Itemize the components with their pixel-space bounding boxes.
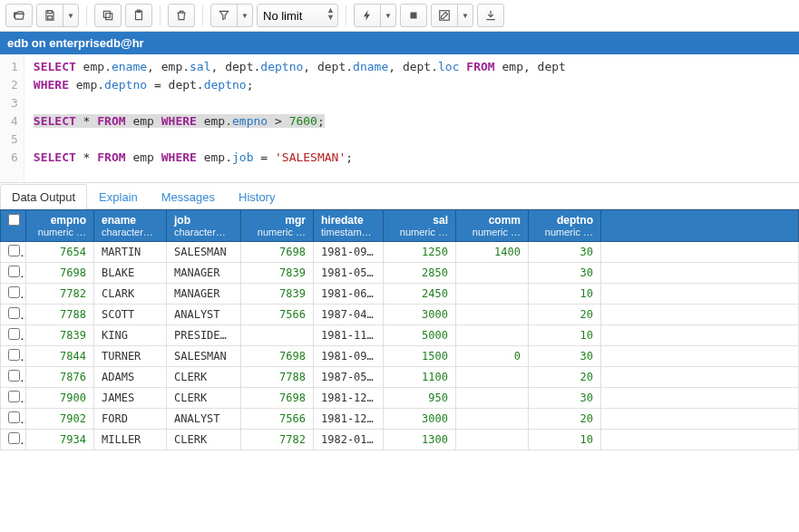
row-checkbox[interactable] <box>8 286 20 298</box>
table-row[interactable]: 7654MARTINSALESMAN76981981-09-…125014003… <box>1 242 799 263</box>
select-all-checkbox[interactable] <box>8 214 20 226</box>
cell-job[interactable]: MANAGER <box>167 284 241 305</box>
cell-empno[interactable]: 7782 <box>26 284 94 305</box>
tab-data-output[interactable]: Data Output <box>0 184 87 209</box>
row-checkbox[interactable] <box>8 432 20 444</box>
cell-comm[interactable] <box>456 388 529 409</box>
cell-mgr[interactable]: 7839 <box>241 263 314 284</box>
cell-ename[interactable]: KING <box>94 325 167 346</box>
column-header-hiredate[interactable]: hiredatetimestam… <box>314 210 384 242</box>
cell-hiredate[interactable]: 1982-01-… <box>314 430 384 450</box>
cell-sal[interactable]: 2850 <box>384 263 456 284</box>
cell-mgr[interactable]: 7698 <box>241 242 314 263</box>
cell-comm[interactable] <box>456 263 529 284</box>
cell-ename[interactable]: FORD <box>94 409 167 430</box>
cell-mgr[interactable]: 7698 <box>241 388 314 409</box>
cell-sal[interactable]: 3000 <box>384 305 456 325</box>
cell-hiredate[interactable]: 1981-11-… <box>314 325 384 346</box>
cell-deptno[interactable]: 30 <box>529 346 601 367</box>
cell-ename[interactable]: JAMES <box>94 388 167 409</box>
cell-deptno[interactable]: 20 <box>529 305 601 325</box>
cell-empno[interactable]: 7900 <box>26 388 94 409</box>
cell-sal[interactable]: 1500 <box>384 346 456 367</box>
cell-empno[interactable]: 7902 <box>26 409 94 430</box>
row-checkbox[interactable] <box>8 266 20 277</box>
cell-comm[interactable]: 1400 <box>456 242 529 263</box>
cell-comm[interactable] <box>456 430 529 450</box>
column-header-empno[interactable]: empnonumeric … <box>26 210 94 242</box>
cell-job[interactable]: PRESIDENT <box>167 325 241 346</box>
cell-empno[interactable]: 7788 <box>26 305 94 325</box>
cell-empno[interactable]: 7876 <box>26 367 94 388</box>
cell-comm[interactable] <box>456 284 529 305</box>
cell-hiredate[interactable]: 1987-04-… <box>314 305 384 325</box>
cell-job[interactable]: CLERK <box>167 367 241 388</box>
cell-mgr[interactable]: 7839 <box>241 284 314 305</box>
cell-mgr[interactable]: 7788 <box>241 367 314 388</box>
cell-comm[interactable] <box>456 305 529 325</box>
cell-ename[interactable]: TURNER <box>94 346 167 367</box>
results-grid[interactable]: empnonumeric …enamecharacter…jobcharacte… <box>0 209 799 532</box>
cell-sal[interactable]: 1300 <box>384 430 456 450</box>
cell-job[interactable]: SALESMAN <box>167 346 241 367</box>
cell-deptno[interactable]: 30 <box>529 242 601 263</box>
cell-empno[interactable]: 7839 <box>26 325 94 346</box>
cell-ename[interactable]: SCOTT <box>94 305 167 325</box>
table-row[interactable]: 7782CLARKMANAGER78391981-06-…245010 <box>1 284 799 305</box>
cell-sal[interactable]: 1250 <box>384 242 456 263</box>
cell-mgr[interactable]: 7698 <box>241 346 314 367</box>
cell-job[interactable]: SALESMAN <box>167 242 241 263</box>
row-checkbox[interactable] <box>8 370 20 382</box>
tab-history[interactable]: History <box>227 184 287 209</box>
cell-ename[interactable]: MARTIN <box>94 242 167 263</box>
cell-deptno[interactable]: 10 <box>529 284 601 305</box>
cell-deptno[interactable]: 30 <box>529 263 601 284</box>
cell-hiredate[interactable]: 1987-05-… <box>314 367 384 388</box>
row-checkbox[interactable] <box>8 349 20 361</box>
row-checkbox[interactable] <box>8 411 20 423</box>
cell-deptno[interactable]: 30 <box>529 388 601 409</box>
open-button[interactable] <box>5 4 33 27</box>
cell-mgr[interactable]: 7566 <box>241 305 314 325</box>
cell-mgr[interactable]: 7782 <box>241 430 314 450</box>
download-button[interactable] <box>477 4 504 27</box>
column-header-comm[interactable]: commnumeric … <box>456 210 529 242</box>
row-checkbox[interactable] <box>8 328 20 340</box>
save-button[interactable] <box>36 4 63 27</box>
sql-editor[interactable]: 123456 SELECT emp.ename, emp.sal, dept.d… <box>0 54 799 183</box>
cell-job[interactable]: CLERK <box>167 430 241 450</box>
table-row[interactable]: 7698BLAKEMANAGER78391981-05-…285030 <box>1 263 799 284</box>
cell-empno[interactable]: 7698 <box>26 263 94 284</box>
cell-comm[interactable]: 0 <box>456 346 529 367</box>
execute-dropdown[interactable]: ▼ <box>380 4 396 27</box>
editor-code[interactable]: SELECT emp.ename, emp.sal, dept.deptno, … <box>24 54 799 182</box>
edit-button[interactable] <box>431 4 458 27</box>
table-row[interactable]: 7902FORDANALYST75661981-12-…300020 <box>1 409 799 430</box>
paste-button[interactable] <box>125 4 152 27</box>
filter-dropdown[interactable]: ▼ <box>237 4 253 27</box>
cell-deptno[interactable]: 10 <box>529 430 601 450</box>
column-header-sal[interactable]: salnumeric … <box>384 210 456 242</box>
cell-hiredate[interactable]: 1981-12-… <box>314 388 384 409</box>
cell-ename[interactable]: ADAMS <box>94 367 167 388</box>
table-row[interactable]: 7934MILLERCLERK77821982-01-…130010 <box>1 430 799 450</box>
column-header-ename[interactable]: enamecharacter… <box>94 210 167 242</box>
row-checkbox[interactable] <box>8 307 20 319</box>
copy-button[interactable] <box>94 4 122 27</box>
cell-ename[interactable]: BLAKE <box>94 263 167 284</box>
delete-button[interactable] <box>168 4 195 27</box>
cell-ename[interactable]: CLARK <box>94 284 167 305</box>
cell-sal[interactable]: 1100 <box>384 367 456 388</box>
edit-dropdown[interactable]: ▼ <box>457 4 473 27</box>
cell-job[interactable]: ANALYST <box>167 409 241 430</box>
cell-comm[interactable] <box>456 325 529 346</box>
cell-ename[interactable]: MILLER <box>94 430 167 450</box>
column-header-mgr[interactable]: mgrnumeric … <box>241 210 314 242</box>
table-row[interactable]: 7839KINGPRESIDENT1981-11-…500010 <box>1 325 799 346</box>
stop-button[interactable] <box>400 4 427 27</box>
table-row[interactable]: 7788SCOTTANALYST75661987-04-…300020 <box>1 305 799 325</box>
column-header-deptno[interactable]: deptnonumeric … <box>529 210 601 242</box>
cell-deptno[interactable]: 10 <box>529 325 601 346</box>
cell-sal[interactable]: 2450 <box>384 284 456 305</box>
table-row[interactable]: 7900JAMESCLERK76981981-12-…95030 <box>1 388 799 409</box>
